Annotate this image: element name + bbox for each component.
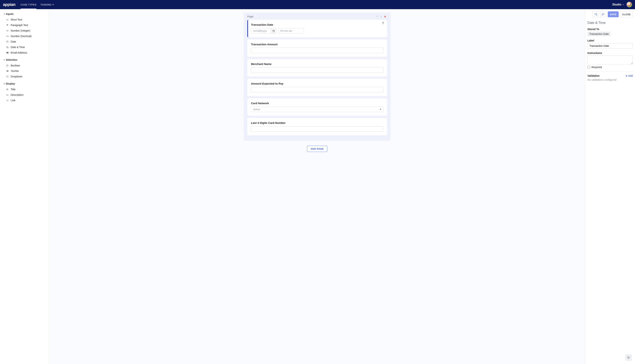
assistant-button[interactable] <box>625 354 632 361</box>
calendar-picker-button[interactable] <box>271 28 276 34</box>
add-page-row: ADD PAGE <box>244 146 391 152</box>
palette-group-selection-label: Selection <box>6 58 17 61</box>
decimal-icon: 4.56 <box>6 36 9 37</box>
field-card-network[interactable]: Card Network Select <box>247 98 387 116</box>
workspace: Inputs AbcShort Text Paragraph Text 123N… <box>0 9 635 364</box>
top-nav: appian CASE TYPES TASKING Studio <box>0 0 635 9</box>
palette-date[interactable]: Date <box>3 39 49 44</box>
divider <box>587 72 633 72</box>
save-button[interactable]: SAVE <box>608 12 618 17</box>
move-page-up-button[interactable] <box>375 15 379 18</box>
add-page-button[interactable]: ADD PAGE <box>307 146 327 152</box>
palette-yesno[interactable]: Yes/No <box>3 68 49 74</box>
svg-rect-7 <box>7 76 8 78</box>
delete-page-button[interactable] <box>383 16 387 18</box>
text-icon: Abc <box>6 94 9 96</box>
nav-studio[interactable]: Studio <box>612 3 624 6</box>
palette-item-label: Link <box>11 99 16 102</box>
move-page-down-button[interactable] <box>379 15 383 18</box>
palette-group-selection[interactable]: Selection <box>2 57 49 62</box>
inspector-stored-to: Stored To Transaction Date <box>587 28 633 36</box>
field-merchant-name[interactable]: Merchant Name <box>247 59 387 76</box>
add-validation-button[interactable]: Add <box>625 74 633 77</box>
component-palette: Inputs AbcShort Text Paragraph Text 123N… <box>0 9 49 364</box>
user-avatar[interactable] <box>626 2 632 7</box>
nav-tasking[interactable]: TASKING <box>40 0 54 9</box>
palette-number-decimal[interactable]: 4.56Number (Decimal) <box>3 34 49 39</box>
required-label: Required <box>591 66 602 68</box>
palette-datetime[interactable]: Date & Time <box>3 44 49 50</box>
text-input[interactable] <box>251 67 383 73</box>
field-label: Transaction Amount <box>251 43 383 46</box>
redo-button[interactable] <box>600 12 606 17</box>
palette-item-label: Description <box>11 94 24 96</box>
select-input[interactable]: Select <box>251 106 383 112</box>
palette-item-label: Email Address <box>11 51 27 54</box>
field-last-four-digits[interactable]: Last 4 Digits Card Number <box>247 118 387 136</box>
inspector-title: Date & Time <box>587 21 633 25</box>
text-input[interactable] <box>251 87 383 92</box>
palette-group-inputs[interactable]: Inputs <box>2 12 49 16</box>
palette-email[interactable]: Email Address <box>3 50 49 56</box>
undo-button[interactable] <box>592 12 599 17</box>
palette-title[interactable]: HTitle <box>3 86 49 92</box>
paragraph-icon <box>6 24 9 26</box>
text-input[interactable] <box>251 48 383 53</box>
brand-logo: appian <box>3 2 16 7</box>
palette-paragraph-text[interactable]: Paragraph Text <box>3 22 49 28</box>
calendar-icon <box>6 40 9 43</box>
label-input[interactable] <box>587 43 633 48</box>
text-input[interactable] <box>251 126 383 132</box>
page-card: Page Transaction Date <box>244 12 391 141</box>
field-transaction-date[interactable]: Transaction Date <box>247 20 387 37</box>
svg-point-9 <box>628 357 628 358</box>
palette-item-label: Yes/No <box>11 70 19 72</box>
page-header-label: Page <box>247 15 253 18</box>
date-input-group <box>251 28 276 34</box>
palette-group-display-label: Display <box>6 82 15 85</box>
stored-to-pill: Transaction Date <box>587 32 610 36</box>
palette-short-text[interactable]: AbcShort Text <box>3 17 49 22</box>
field-label: Amount Expected to Pay <box>251 82 383 85</box>
palette-item-label: Number (Integer) <box>11 29 30 32</box>
palette-number-integer[interactable]: 123Number (Integer) <box>3 28 49 34</box>
palette-boolean[interactable]: Boolean <box>3 63 49 68</box>
palette-link[interactable]: Link <box>3 98 49 103</box>
number-icon: 123 <box>6 30 9 31</box>
nav-case-types-label: CASE TYPES <box>21 3 36 6</box>
nav-tasking-label: TASKING <box>40 3 52 6</box>
palette-group-inputs-label: Inputs <box>6 12 14 16</box>
palette-description[interactable]: AbcDescription <box>3 92 49 98</box>
date-input[interactable] <box>251 28 271 34</box>
palette-dropdown[interactable]: Dropdown <box>3 74 49 79</box>
svg-point-10 <box>628 357 629 358</box>
checkbox-icon <box>6 64 9 66</box>
text-icon: Abc <box>6 19 9 20</box>
inspector-validation: Validation Add No validations configured <box>587 74 633 81</box>
palette-item-label: Date & Time <box>11 46 25 48</box>
inspector-panel: SAVE CLOSE Date & Time Stored To Transac… <box>585 9 635 364</box>
palette-group-display[interactable]: Display <box>2 81 49 86</box>
palette-item-label: Title <box>11 88 16 91</box>
chevron-down-icon <box>3 13 5 15</box>
palette-item-label: Dropdown <box>11 75 23 78</box>
instructions-label: Instructions <box>587 52 633 54</box>
required-row: Required <box>587 66 633 68</box>
palette-item-label: Short Text <box>11 18 22 21</box>
stored-to-label: Stored To <box>587 28 633 31</box>
required-checkbox[interactable] <box>587 66 590 68</box>
select-placeholder: Select <box>253 108 260 111</box>
validation-label: Validation <box>587 74 599 77</box>
field-transaction-amount[interactable]: Transaction Amount <box>247 40 387 57</box>
time-input[interactable] <box>278 28 304 34</box>
no-validations-text: No validations configured <box>587 78 633 81</box>
inspector-body: Date & Time Stored To Transaction Date L… <box>585 19 635 87</box>
inspector-label: Label <box>587 39 633 48</box>
field-amount-expected[interactable]: Amount Expected to Pay <box>247 79 387 96</box>
delete-field-button[interactable] <box>382 22 384 24</box>
label-label: Label <box>587 39 633 42</box>
page-card-header: Page <box>244 12 391 20</box>
close-button[interactable]: CLOSE <box>620 12 633 17</box>
nav-case-types[interactable]: CASE TYPES <box>21 0 36 9</box>
instructions-textarea[interactable] <box>587 56 633 64</box>
